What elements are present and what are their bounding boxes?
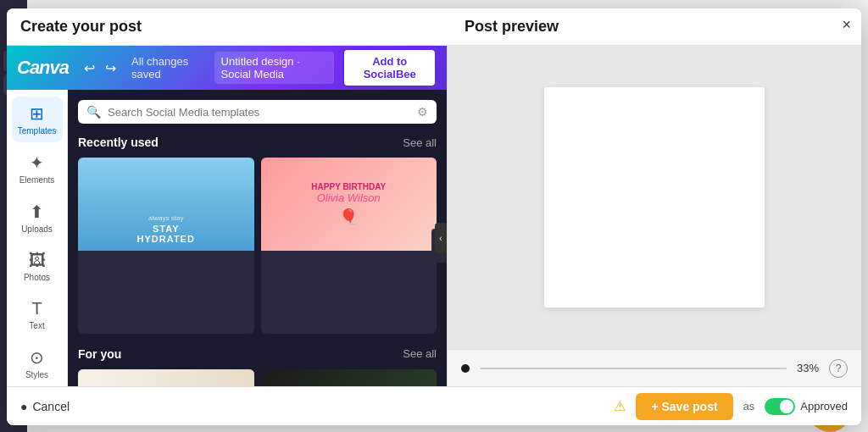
redo-button[interactable]: ↪ bbox=[102, 57, 120, 80]
save-post-label: + Save post bbox=[651, 400, 717, 413]
for-you-title: For you bbox=[78, 347, 121, 361]
canva-logo: Canva bbox=[17, 57, 69, 79]
templates-icon: ⊞ bbox=[30, 103, 44, 124]
sidebar-item-uploads[interactable]: ⬆ Uploads bbox=[12, 195, 63, 241]
canva-content: ⊞ Templates ✦ Elements ⬆ Uploads 🖼 Photo… bbox=[7, 90, 447, 386]
help-button[interactable]: ? bbox=[829, 359, 848, 378]
template-card-camera[interactable]: 📸 Say Cheese! IT'S NATIONALCAMERA DAY bbox=[261, 369, 437, 387]
birthday-balloon-icon: 🎈 bbox=[339, 208, 358, 226]
template-card-hydrated[interactable]: always stay STAYHYDRATED bbox=[78, 158, 254, 334]
birthday-name: Olivia Wilson bbox=[317, 191, 381, 204]
for-you-header: For you See all bbox=[78, 347, 437, 361]
close-button[interactable]: × bbox=[842, 17, 851, 32]
photos-label: Photos bbox=[24, 273, 50, 282]
preview-bottom-bar: 33% ? bbox=[448, 349, 861, 386]
sidebar-item-photos[interactable]: 🖼 Photos bbox=[12, 244, 63, 289]
cancel-dot-icon: ● bbox=[20, 400, 27, 413]
for-you-grid: BEECHTOWNLUXURYPROPERTY 📸 Say Cheese! IT… bbox=[78, 369, 437, 387]
elements-label: Elements bbox=[19, 175, 55, 185]
preview-canvas-area bbox=[448, 46, 861, 349]
save-post-button[interactable]: + Save post bbox=[636, 393, 732, 420]
see-all-for-you-button[interactable]: See all bbox=[403, 347, 437, 360]
as-label: as bbox=[743, 400, 755, 413]
canva-toolbar-icons: ↩ ↪ bbox=[81, 57, 120, 80]
recently-used-grid: always stay STAYHYDRATED HAPPY BIRTHDAY … bbox=[78, 158, 437, 334]
uploads-label: Uploads bbox=[21, 224, 53, 234]
preview-title: Post preview bbox=[465, 18, 559, 36]
zoom-value: 33% bbox=[797, 362, 819, 374]
filter-icon[interactable]: ⚙ bbox=[417, 105, 428, 119]
styles-label: Styles bbox=[25, 370, 48, 379]
hydrated-text: STAYHYDRATED bbox=[137, 224, 195, 244]
text-icon: T bbox=[31, 299, 42, 318]
photos-icon: 🖼 bbox=[29, 251, 46, 270]
search-bar: 🔍 ⚙ bbox=[78, 100, 437, 124]
sidebar-item-templates[interactable]: ⊞ Templates bbox=[12, 97, 63, 142]
canva-pane: Canva ↩ ↪ All changes saved Untitled des… bbox=[7, 46, 448, 386]
uploads-icon: ⬆ bbox=[30, 202, 44, 222]
zoom-dot bbox=[461, 364, 470, 373]
panel-collapse-chevron[interactable]: ‹ bbox=[435, 223, 447, 253]
recently-used-header: Recently used See all bbox=[78, 136, 437, 149]
saved-text: All changes saved bbox=[131, 55, 198, 80]
sidebar-item-styles[interactable]: ⊙ Styles bbox=[12, 341, 63, 386]
cancel-button[interactable]: ● Cancel bbox=[20, 400, 70, 413]
see-all-recently-button[interactable]: See all bbox=[403, 136, 437, 149]
undo-button[interactable]: ↩ bbox=[81, 57, 98, 80]
sidebar-item-text[interactable]: T Text bbox=[12, 292, 63, 337]
main-modal: × Create your post Post preview Canva ↩ … bbox=[7, 8, 861, 425]
elements-icon: ✦ bbox=[30, 152, 44, 173]
modal-body: Canva ↩ ↪ All changes saved Untitled des… bbox=[7, 46, 861, 386]
templates-label: Templates bbox=[18, 126, 57, 136]
canva-toolbar: Canva ↩ ↪ All changes saved Untitled des… bbox=[7, 46, 447, 90]
preview-pane: 33% ? bbox=[448, 46, 861, 386]
add-socialbee-button[interactable]: Add to SocialBee bbox=[342, 48, 437, 87]
canva-icon-sidebar: ⊞ Templates ✦ Elements ⬆ Uploads 🖼 Photo… bbox=[7, 90, 68, 386]
approved-toggle[interactable] bbox=[765, 398, 795, 415]
approved-label: Approved bbox=[800, 400, 848, 413]
bottom-bar: ● Cancel ⚠ + Save post as Approved bbox=[7, 386, 861, 425]
modal-header-bar: Create your post Post preview bbox=[7, 8, 861, 46]
cancel-label: Cancel bbox=[32, 400, 70, 413]
search-input[interactable] bbox=[108, 106, 410, 119]
collapse-button[interactable]: ‹ bbox=[435, 223, 447, 253]
text-label: Text bbox=[29, 321, 44, 330]
recently-used-title: Recently used bbox=[78, 136, 159, 149]
template-card-birthday[interactable]: HAPPY BIRTHDAY Olivia Wilson 🎈 bbox=[261, 158, 437, 334]
zoom-slider[interactable] bbox=[480, 368, 787, 369]
sidebar-item-elements[interactable]: ✦ Elements bbox=[12, 146, 63, 191]
hydrated-small: always stay bbox=[148, 214, 183, 222]
design-name: Untitled design · Social Media bbox=[214, 52, 335, 84]
birthday-text: HAPPY BIRTHDAY bbox=[311, 182, 386, 191]
templates-panel: 🔍 ⚙ Recently used See all always sta bbox=[68, 90, 447, 386]
styles-icon: ⊙ bbox=[30, 347, 44, 368]
preview-canvas bbox=[544, 87, 765, 307]
warning-icon: ⚠ bbox=[614, 398, 626, 414]
toggle-container: Approved bbox=[765, 398, 848, 415]
modal-header-right: Post preview bbox=[448, 8, 861, 46]
toggle-knob bbox=[780, 400, 793, 413]
modal-header-left: Create your post bbox=[7, 8, 448, 46]
create-post-title: Create your post bbox=[20, 18, 142, 36]
template-card-luxury[interactable]: BEECHTOWNLUXURYPROPERTY bbox=[78, 369, 254, 387]
search-icon: 🔍 bbox=[86, 105, 101, 119]
